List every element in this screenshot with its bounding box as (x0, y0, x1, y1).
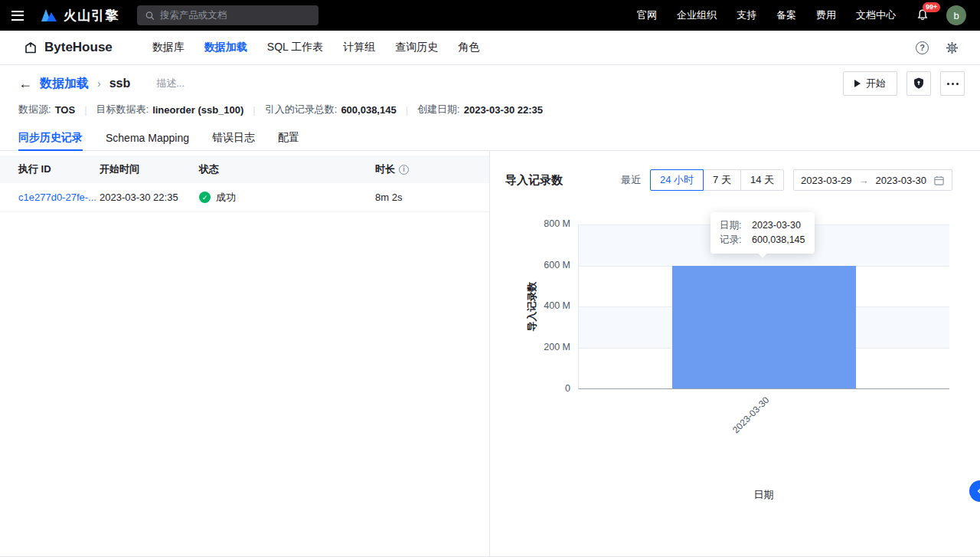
bytehouse-name: ByteHouse (44, 40, 113, 55)
date-to[interactable]: 2023-03-30 (876, 175, 927, 186)
tab-sync-history[interactable]: 同步历史记录 (18, 125, 83, 150)
table-header: 执行 ID 开始时间 状态 时长 i (0, 156, 489, 183)
topnav-link-filing[interactable]: 备案 (776, 8, 796, 22)
success-check-icon: ✓ (199, 192, 211, 203)
search-icon (145, 10, 155, 21)
gear-icon[interactable] (946, 41, 959, 54)
collapse-panel-button[interactable] (969, 480, 980, 502)
page: 火山引擎 官网 企业组织 支持 备案 费用 文档中心 99+ b (0, 0, 980, 557)
meta-label: 创建日期: (417, 103, 460, 116)
tooltip-records-label: 记录: (720, 233, 747, 247)
top-navbar: 火山引擎 官网 企业组织 支持 备案 费用 文档中心 99+ b (0, 0, 980, 31)
tab-bar: 同步历史记录 Schema Mapping 错误日志 配置 (0, 125, 980, 151)
chart-title: 导入记录数 (505, 173, 563, 188)
range-24h-button[interactable]: 24 小时 (650, 169, 704, 191)
meta-value-source: TOS (55, 104, 76, 116)
topnav-link-docs[interactable]: 文档中心 (856, 8, 896, 22)
description-placeholder[interactable]: 描述... (156, 77, 185, 90)
y-tick: 200 M (523, 342, 570, 352)
y-tick: 0 (523, 383, 570, 394)
ellipsis-icon (946, 83, 959, 85)
page-title: ssb (109, 77, 131, 90)
range-14d-button[interactable]: 14 天 (740, 169, 784, 191)
meta-value-target-table: lineorder (ssb_100) (152, 104, 243, 116)
topnav-link-support[interactable]: 支持 (737, 8, 756, 22)
tab-config[interactable]: 配置 (278, 125, 299, 150)
range-7d-button[interactable]: 7 天 (703, 169, 741, 191)
shield-button[interactable] (906, 71, 931, 96)
date-range-arrow: → (859, 175, 869, 186)
start-button[interactable]: 开始 (843, 71, 897, 96)
notification-badge: 99+ (923, 2, 940, 12)
table-row: c1e277d0-27fe-... 2023-03-30 22:35 ✓ 成功 … (0, 183, 489, 212)
volcano-icon (40, 8, 58, 23)
nav-item-sql-worksheet[interactable]: SQL 工作表 (266, 41, 325, 54)
status-text: 成功 (216, 191, 236, 205)
row-start-time: 2023-03-30 22:35 (100, 192, 199, 203)
chart-bar[interactable] (672, 266, 856, 389)
search-input[interactable] (160, 10, 311, 21)
topnav-links: 官网 企业组织 支持 备案 费用 文档中心 (637, 8, 896, 22)
play-icon (854, 80, 861, 87)
x-axis-title: 日期 (578, 488, 949, 502)
bytehouse-icon (23, 40, 38, 55)
date-range-picker[interactable]: 2023-03-29 → 2023-03-30 (793, 169, 952, 191)
meta-info: 数据源: TOS | 目标数据表: lineorder (ssb_100) | … (0, 102, 980, 117)
execution-id-link[interactable]: c1e277d0-27fe-... (18, 192, 100, 203)
bytehouse-logo[interactable]: ByteHouse (23, 40, 113, 55)
breadcrumb-data-loading[interactable]: 数据加载 (40, 76, 89, 92)
chart-tooltip: 日期: 2023-03-30 记录: 600,038,145 (710, 212, 815, 254)
nav-item-roles[interactable]: 角色 (456, 41, 481, 54)
content: 执行 ID 开始时间 状态 时长 i c1e277d0-27fe-... 202… (0, 151, 980, 556)
nav-item-query-history[interactable]: 查询历史 (394, 41, 439, 54)
app-navbar: ByteHouse 数据库 数据加载 SQL 工作表 计算组 查询历史 角色 ? (0, 31, 980, 65)
col-status: 状态 (199, 162, 375, 176)
recent-label: 最近 (621, 173, 641, 187)
appbar-right: ? (916, 41, 959, 54)
more-button[interactable] (940, 71, 965, 96)
tab-schema-mapping[interactable]: Schema Mapping (106, 125, 189, 150)
row-status: ✓ 成功 (199, 191, 375, 205)
y-tick: 600 M (523, 260, 570, 270)
tooltip-date-value: 2023-03-30 (752, 218, 801, 233)
brand-name: 火山引擎 (64, 7, 119, 25)
shield-icon (912, 77, 926, 90)
start-button-label: 开始 (866, 77, 886, 90)
tooltip-records-value: 600,038,145 (752, 233, 805, 247)
help-icon[interactable]: ? (916, 41, 929, 54)
history-table-panel: 执行 ID 开始时间 状态 时长 i c1e277d0-27fe-... 202… (0, 151, 490, 556)
col-duration: 时长 i (375, 162, 489, 176)
back-arrow-icon[interactable]: ← (18, 77, 32, 90)
notification-bell[interactable]: 99+ (916, 7, 931, 24)
meta-value-created-date: 2023-03-30 22:35 (464, 104, 543, 116)
calendar-icon[interactable] (933, 175, 945, 186)
meta-label: 数据源: (18, 103, 51, 116)
chart-panel: 导入记录数 最近 24 小时 7 天 14 天 2023-03-29 → 202… (490, 151, 980, 556)
col-execution-id: 执行 ID (18, 162, 100, 176)
tab-error-log[interactable]: 错误日志 (212, 125, 255, 150)
meta-label: 目标数据表: (96, 103, 149, 116)
header-actions: 开始 (843, 71, 965, 96)
topnav-link-billing[interactable]: 费用 (816, 8, 836, 22)
x-tick-label: 2023-03-30 (730, 395, 771, 435)
topnav-link-official-site[interactable]: 官网 (637, 8, 657, 22)
meta-value-total-records: 600,038,145 (341, 104, 396, 116)
chevron-left-icon (975, 486, 980, 496)
hamburger-menu-icon[interactable] (0, 0, 35, 31)
meta-label: 引入的记录总数: (265, 103, 338, 116)
info-icon[interactable]: i (399, 165, 409, 175)
top-search[interactable] (137, 5, 318, 25)
volcengine-logo[interactable]: 火山引擎 (40, 7, 119, 25)
topnav-link-org[interactable]: 企业组织 (677, 8, 717, 22)
date-from[interactable]: 2023-03-29 (801, 175, 852, 186)
y-axis-title: 导入记录数 (525, 282, 539, 332)
nav-item-databases[interactable]: 数据库 (151, 41, 186, 54)
app-nav-items: 数据库 数据加载 SQL 工作表 计算组 查询历史 角色 (151, 41, 481, 54)
nav-item-compute-groups[interactable]: 计算组 (341, 41, 377, 54)
page-header: ← 数据加载 › ssb 描述... 开始 (0, 65, 980, 102)
chart-header: 导入记录数 最近 24 小时 7 天 14 天 2023-03-29 → 202… (505, 168, 952, 192)
row-duration: 8m 2s (375, 192, 489, 203)
avatar[interactable]: b (946, 5, 966, 25)
range-segmented-control: 24 小时 7 天 14 天 (650, 169, 784, 191)
nav-item-data-loading[interactable]: 数据加载 (203, 41, 249, 54)
